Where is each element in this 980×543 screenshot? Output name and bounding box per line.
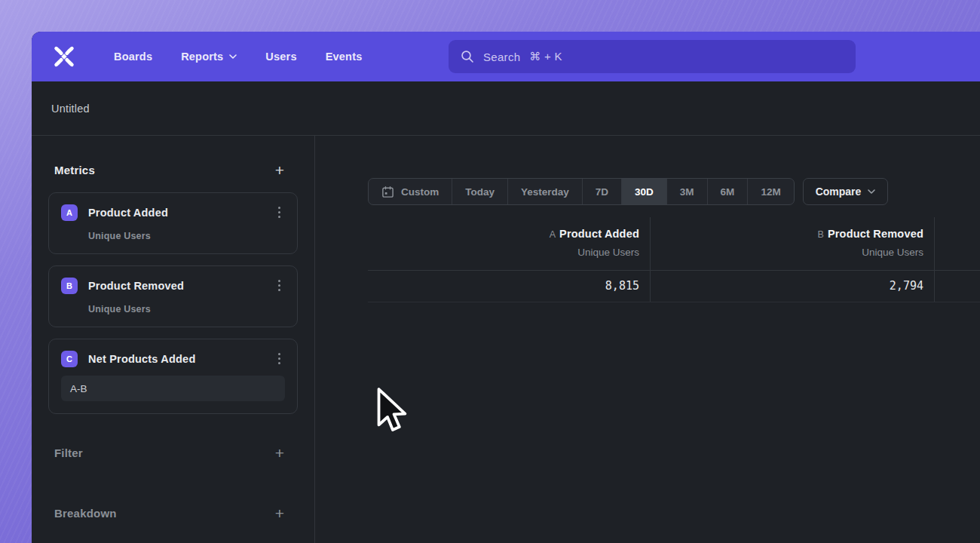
range-label: 6M	[721, 186, 735, 198]
metric-badge: C	[61, 351, 78, 367]
search-shortcut: ⌘ + K	[529, 50, 562, 63]
top-navbar: Boards Reports Users Events Search ⌘ + K	[32, 32, 980, 81]
range-label: Custom	[401, 186, 439, 198]
metric-measurement[interactable]: Unique Users	[88, 304, 285, 314]
metrics-label: Metrics	[54, 164, 95, 176]
range-7d[interactable]: 7D	[582, 179, 621, 204]
compare-button[interactable]: Compare	[803, 178, 889, 205]
column-badge: B	[818, 229, 824, 240]
range-label: Today	[465, 186, 495, 198]
add-filter-button[interactable]: +	[275, 445, 284, 461]
range-30d-selected[interactable]: 30D	[621, 179, 666, 204]
metrics-header: Metrics +	[48, 158, 298, 181]
range-12m[interactable]: 12M	[747, 179, 793, 204]
nav-item-events[interactable]: Events	[311, 43, 377, 70]
range-today[interactable]: Today	[452, 179, 507, 204]
add-breakdown-button[interactable]: +	[275, 505, 284, 521]
query-sidebar: Metrics + A Product Added Unique Users B…	[32, 136, 315, 543]
search-input[interactable]: Search ⌘ + K	[449, 40, 856, 73]
range-label: 3M	[680, 186, 694, 198]
value-cell-empty	[935, 271, 980, 302]
nav-item-boards[interactable]: Boards	[100, 43, 167, 70]
metric-title[interactable]: Product Removed	[88, 280, 274, 292]
nav-item-label: Events	[326, 51, 363, 63]
nav-item-label: Reports	[181, 51, 223, 63]
report-titlebar: Untitled	[32, 81, 980, 136]
column-title: Product Added	[559, 228, 639, 240]
metric-card-b[interactable]: B Product Removed Unique Users	[48, 265, 298, 327]
breakdown-section: Breakdown +	[48, 502, 298, 524]
column-subtitle: Unique Users	[378, 247, 639, 258]
breakdown-label: Breakdown	[54, 507, 117, 520]
column-title: Product Removed	[828, 228, 923, 240]
metric-title[interactable]: Net Products Added	[88, 353, 274, 365]
chevron-down-icon	[868, 189, 875, 194]
column-header-empty	[935, 217, 980, 270]
metric-measurement[interactable]: Unique Users	[88, 231, 285, 241]
app-window: Boards Reports Users Events Search ⌘ + K	[32, 32, 980, 543]
table-header-row: AProduct Added Unique Users BProduct Rem…	[368, 217, 980, 271]
nav-item-label: Boards	[114, 51, 152, 63]
column-header-a[interactable]: AProduct Added Unique Users	[368, 217, 651, 270]
compare-label: Compare	[816, 186, 862, 198]
table-value-row: 8,815 2,794	[368, 271, 980, 302]
metric-title[interactable]: Product Added	[88, 207, 274, 219]
kebab-menu-icon[interactable]	[274, 204, 285, 221]
date-range-segmented-control: Custom Today Yesterday 7D 30D 3M 6M 12M	[368, 178, 795, 205]
range-3m[interactable]: 3M	[666, 179, 707, 204]
value-cell-b[interactable]: 2,794	[651, 271, 935, 302]
nav-item-users[interactable]: Users	[251, 43, 311, 70]
filter-section: Filter +	[48, 441, 298, 464]
report-title[interactable]: Untitled	[51, 103, 90, 115]
formula-input[interactable]: A-B	[61, 376, 285, 401]
metric-card-a[interactable]: A Product Added Unique Users	[48, 192, 298, 254]
range-label: Yesterday	[521, 186, 569, 198]
range-custom[interactable]: Custom	[369, 179, 452, 204]
add-metric-button[interactable]: +	[275, 162, 284, 178]
range-label: 7D	[596, 186, 608, 198]
calendar-icon	[381, 186, 394, 198]
results-panel: Custom Today Yesterday 7D 30D 3M 6M 12M …	[315, 136, 980, 543]
kebab-menu-icon[interactable]	[274, 277, 285, 294]
search-placeholder: Search	[483, 51, 520, 63]
column-header-b[interactable]: BProduct Removed Unique Users	[651, 217, 935, 270]
range-label: 12M	[761, 186, 780, 198]
column-badge: A	[550, 229, 556, 240]
range-label: 30D	[635, 186, 654, 198]
nav-menu: Boards Reports Users Events	[100, 43, 376, 70]
metric-badge: A	[61, 204, 78, 221]
search-icon	[461, 50, 474, 63]
kebab-menu-icon[interactable]	[274, 350, 285, 367]
range-yesterday[interactable]: Yesterday	[507, 179, 582, 204]
nav-item-label: Users	[265, 51, 296, 63]
results-table: AProduct Added Unique Users BProduct Rem…	[368, 217, 980, 302]
metric-card-c[interactable]: C Net Products Added A-B	[48, 339, 298, 414]
chevron-down-icon	[229, 54, 237, 59]
mixpanel-logo-icon[interactable]	[51, 44, 77, 69]
range-6m[interactable]: 6M	[707, 179, 748, 204]
nav-item-reports[interactable]: Reports	[167, 43, 251, 70]
value-cell-a[interactable]: 8,815	[368, 271, 651, 302]
column-subtitle: Unique Users	[661, 247, 923, 258]
metric-badge: B	[61, 278, 78, 294]
filter-label: Filter	[54, 446, 83, 459]
date-toolbar: Custom Today Yesterday 7D 30D 3M 6M 12M …	[368, 178, 980, 205]
